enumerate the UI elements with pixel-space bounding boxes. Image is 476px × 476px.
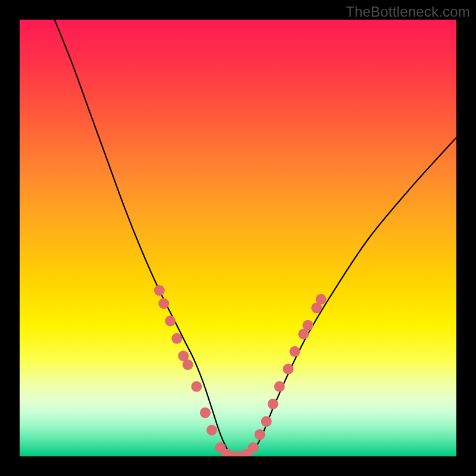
scatter-dot [274,381,285,392]
scatter-dot [268,399,278,409]
scatter-dot [200,408,211,418]
scatter-dot [206,425,217,436]
scatter-dot [191,381,202,392]
scatter-dot [158,298,169,309]
chart-plot-area [20,20,456,456]
scatter-dot [316,294,327,305]
chart-svg [20,20,456,456]
scatter-dot [283,364,293,374]
scatter-dot [289,346,300,357]
scatter-dot [171,333,182,344]
watermark-text: TheBottleneck.com [346,4,470,20]
scatter-dot [183,359,193,370]
scatter-dot [248,442,259,453]
scatter-dot [165,316,176,327]
scatter-dot [302,320,313,331]
scatter-dot [154,285,165,296]
scatter-dots [154,285,327,456]
chart-frame: TheBottleneck.com [0,0,476,476]
scatter-dot [261,416,272,427]
scatter-dot [255,429,265,440]
bottleneck-curve [55,20,456,456]
